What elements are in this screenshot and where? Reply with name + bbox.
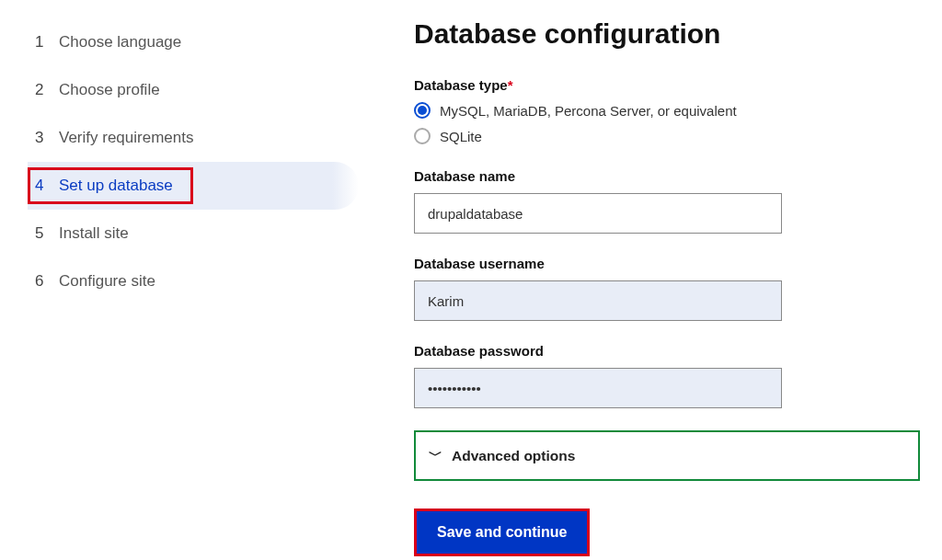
database-type-radio-group: MySQL, MariaDB, Percona Server, or equiv… — [414, 102, 929, 144]
step-label: Set up database — [59, 177, 173, 195]
radio-unselected-icon — [414, 128, 431, 144]
database-password-input[interactable] — [414, 368, 782, 408]
step-number: 1 — [35, 33, 48, 51]
step-label: Verify requirements — [59, 129, 193, 147]
step-choose-profile: 2 Choose profile — [28, 66, 359, 114]
radio-selected-icon — [414, 102, 431, 119]
step-number: 4 — [35, 177, 48, 195]
database-password-field: Database password — [414, 343, 929, 408]
page-title: Database configuration — [414, 18, 929, 50]
database-username-label: Database username — [414, 256, 929, 271]
main-form: Database configuration Database type* My… — [414, 18, 929, 556]
step-choose-language: 1 Choose language — [28, 18, 359, 66]
database-username-field: Database username — [414, 256, 929, 321]
step-configure-site: 6 Configure site — [28, 257, 359, 305]
chevron-down-icon: ﹀ — [429, 447, 442, 464]
radio-sqlite[interactable]: SQLite — [414, 128, 929, 144]
step-install-site: 5 Install site — [28, 210, 359, 257]
database-type-label: Database type* — [414, 77, 929, 93]
advanced-options-toggle[interactable]: ﹀ Advanced options — [414, 430, 920, 481]
database-name-input[interactable] — [414, 193, 782, 234]
database-username-input[interactable] — [414, 280, 782, 321]
database-type-field: Database type* MySQL, MariaDB, Percona S… — [414, 77, 929, 144]
radio-label: MySQL, MariaDB, Percona Server, or equiv… — [440, 103, 737, 119]
database-name-field: Database name — [414, 168, 929, 234]
step-label: Choose profile — [59, 81, 160, 99]
step-label: Configure site — [59, 272, 155, 291]
step-setup-database: 4 Set up database — [28, 162, 359, 210]
radio-label: SQLite — [440, 129, 482, 144]
step-verify-requirements: 3 Verify requirements — [28, 114, 359, 162]
step-number: 6 — [35, 272, 48, 291]
step-number: 2 — [35, 81, 48, 99]
required-marker: * — [508, 77, 513, 93]
step-label: Install site — [59, 224, 129, 243]
install-steps-sidebar: 1 Choose language 2 Choose profile 3 Ver… — [0, 18, 359, 556]
advanced-options-label: Advanced options — [452, 448, 575, 464]
save-and-continue-button[interactable]: Save and continue — [414, 509, 590, 556]
radio-mysql[interactable]: MySQL, MariaDB, Percona Server, or equiv… — [414, 102, 929, 119]
step-number: 3 — [35, 129, 48, 147]
database-password-label: Database password — [414, 343, 929, 359]
step-number: 5 — [35, 224, 48, 243]
step-label: Choose language — [59, 33, 181, 51]
database-name-label: Database name — [414, 168, 929, 184]
